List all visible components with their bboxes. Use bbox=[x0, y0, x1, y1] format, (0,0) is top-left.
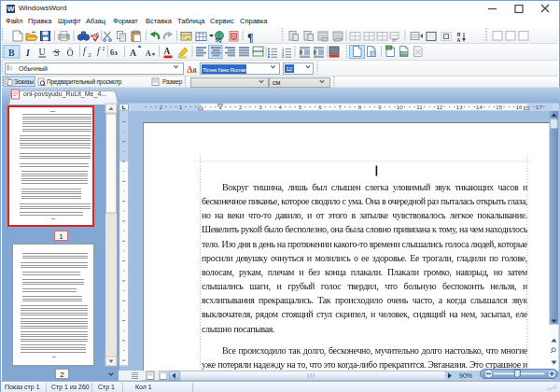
svg-text:¶: ¶ bbox=[247, 31, 253, 44]
svg-text:6э: 6э bbox=[110, 48, 118, 57]
svg-text:Эскизы: Эскизы bbox=[14, 78, 34, 85]
svg-text:16: 16 bbox=[516, 104, 523, 110]
svg-text:1: 1 bbox=[179, 104, 183, 110]
svg-text:7: 7 bbox=[339, 104, 343, 110]
svg-text:4: 4 bbox=[282, 55, 284, 59]
svg-text:90%: 90% bbox=[459, 372, 472, 379]
svg-text:17: 17 bbox=[536, 104, 542, 110]
svg-text:f: f bbox=[83, 46, 87, 56]
svg-text:А: А bbox=[457, 37, 461, 43]
svg-text:B: B bbox=[8, 48, 15, 58]
svg-text:2: 2 bbox=[89, 52, 91, 58]
svg-text:2: 2 bbox=[103, 46, 105, 51]
svg-text:A: A bbox=[146, 49, 151, 58]
svg-text:с: с bbox=[96, 31, 99, 36]
svg-text:I: I bbox=[25, 48, 31, 58]
svg-text:15: 15 bbox=[496, 104, 502, 110]
svg-text:3: 3 bbox=[259, 104, 262, 110]
svg-text:8: 8 bbox=[358, 104, 362, 110]
svg-text:4: 4 bbox=[279, 104, 283, 110]
svg-text:6: 6 bbox=[318, 104, 322, 110]
svg-text:14: 14 bbox=[476, 104, 483, 110]
svg-text:11: 11 bbox=[416, 104, 423, 110]
svg-text:S: S bbox=[54, 48, 60, 58]
svg-text:f: f bbox=[97, 46, 101, 56]
svg-text:A: A bbox=[164, 47, 171, 56]
svg-text:U: U bbox=[39, 47, 47, 57]
svg-text:Ö: Ö bbox=[67, 48, 74, 58]
svg-text:13: 13 bbox=[456, 104, 463, 110]
svg-text:12: 12 bbox=[436, 104, 442, 110]
svg-text:10: 10 bbox=[397, 104, 403, 110]
svg-text:A: A bbox=[130, 48, 137, 58]
svg-text:2: 2 bbox=[239, 104, 243, 110]
svg-text:9: 9 bbox=[378, 104, 382, 110]
svg-text:2: 2 bbox=[160, 104, 163, 110]
svg-text:5: 5 bbox=[299, 104, 302, 110]
svg-text:SQ: SQ bbox=[216, 37, 222, 43]
